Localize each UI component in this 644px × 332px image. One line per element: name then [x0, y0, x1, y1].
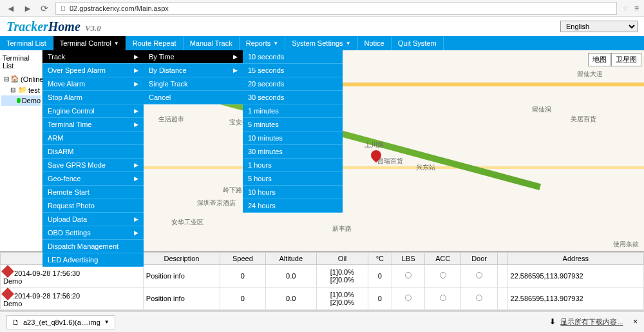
sidebar-title: Terminal List [1, 53, 41, 71]
submenu-level3: 10 seconds15 seconds20 seconds30 seconds… [243, 50, 343, 213]
submenu-10-seconds[interactable]: 10 seconds [243, 50, 343, 64]
submenu-move-alarm[interactable]: Move Alarm▶ [43, 77, 144, 91]
submenu-5-hours[interactable]: 5 hours [243, 172, 343, 186]
col-header[interactable]: LBS [392, 253, 425, 265]
chevron-right-icon: ▶ [233, 67, 238, 73]
chevron-right-icon: ▶ [134, 54, 138, 60]
submenu-track[interactable]: Track▶ [43, 50, 144, 64]
col-header[interactable]: Altitude [265, 253, 316, 265]
submenu-20-seconds[interactable]: 20 seconds [243, 77, 343, 91]
col-header[interactable]: ACC [425, 253, 461, 265]
submenu-disarm[interactable]: DisARM [43, 145, 144, 159]
reload-icon[interactable]: ⟳ [39, 3, 50, 14]
submenu-by-time[interactable]: By Time▶ [144, 50, 243, 64]
submenu-level2: By Time▶By Distance▶Single TrackCancel [144, 50, 243, 104]
tree-item-selected[interactable]: Demo [1, 95, 41, 106]
lbs-indicator [405, 272, 412, 278]
menu-manual-track[interactable]: Manual Track [184, 36, 240, 50]
tree-root[interactable]: ⊟🏠(Online:1 [1, 73, 41, 84]
submenu-1-minutes[interactable]: 1 minutes [243, 104, 343, 118]
col-header[interactable]: °C [368, 253, 392, 265]
submenu-5-minutes[interactable]: 5 minutes [243, 118, 343, 132]
chevron-right-icon: ▶ [134, 108, 138, 114]
menu-route-repeat[interactable]: Route Repeat [126, 36, 184, 50]
chevron-right-icon: ▶ [134, 67, 138, 73]
app-header: TrackerHome V3.0 English [0, 17, 644, 36]
chevron-right-icon: ▶ [134, 216, 138, 222]
chevron-down-icon[interactable]: ▼ [104, 319, 109, 325]
map-type-map[interactable]: 地图 [588, 53, 611, 66]
col-header[interactable]: Door [461, 253, 498, 265]
menu-quit-system[interactable]: Quit System [392, 36, 444, 50]
close-icon[interactable]: × [633, 317, 638, 326]
chevron-right-icon: ▶ [233, 54, 238, 60]
table-row[interactable]: 2014-09-28 17:56:30DemoPosition info00.0… [1, 265, 644, 288]
submenu-1-hours[interactable]: 1 hours [243, 159, 343, 172]
submenu-geo-fence[interactable]: Geo-fence▶ [43, 172, 144, 186]
door-indicator [476, 295, 482, 301]
submenu-led-advertising[interactable]: LED Advertising [43, 253, 144, 267]
menu-terminal-list[interactable]: Terminal List [0, 36, 53, 50]
door-indicator [476, 272, 482, 278]
chevron-right-icon: ▶ [134, 121, 138, 128]
download-bar: 🗋 a23_(et_q8v1.6)(a....img ▼ ⬇ 显示所有下载内容.… [0, 311, 644, 332]
vehicle-icon [1, 265, 14, 278]
main-menu: Terminal ListTerminal Control▼Route Repe… [0, 36, 644, 50]
download-item[interactable]: 🗋 a23_(et_q8v1.6)(a....img ▼ [6, 315, 115, 329]
submenu-by-distance[interactable]: By Distance▶ [144, 64, 243, 77]
submenu-30-seconds[interactable]: 30 seconds [243, 91, 343, 104]
sidebar: Terminal List ⊟🏠(Online:1 ⊟📁test Demo [0, 50, 43, 251]
chevron-right-icon: ▶ [134, 162, 138, 168]
col-header[interactable]: Speed [220, 253, 266, 265]
online-dot-icon [17, 98, 21, 103]
acc-indicator [440, 272, 446, 278]
url-bar[interactable]: 🗋 02.gpstrackerxy.com/Main.aspx [55, 2, 617, 15]
submenu-obd-settings[interactable]: OBD Settings▶ [43, 226, 144, 240]
submenu-remote-start[interactable]: Remote Start [43, 186, 144, 199]
submenu-10-hours[interactable]: 10 hours [243, 186, 343, 199]
submenu-upload-data[interactable]: Upload Data▶ [43, 213, 144, 226]
submenu-24-hours[interactable]: 24 hours [243, 199, 343, 213]
lbs-indicator [405, 295, 412, 301]
col-header[interactable]: Description [143, 253, 220, 265]
submenu-cancel[interactable]: Cancel [144, 91, 243, 104]
language-select[interactable]: English [560, 21, 638, 32]
chevron-right-icon: ▶ [134, 229, 138, 236]
submenu-over-speed-alarm[interactable]: Over Speed Alarm▶ [43, 64, 144, 77]
logo: TrackerHome V3.0 [6, 19, 101, 34]
chevron-right-icon: ▶ [134, 175, 138, 182]
submenu-save-gprs-mode[interactable]: Save GPRS Mode▶ [43, 159, 144, 172]
menu-notice[interactable]: Notice [358, 36, 392, 50]
menu-terminal-control[interactable]: Terminal Control▼ [53, 36, 126, 50]
submenu-engine-control[interactable]: Engine Control▶ [43, 104, 144, 118]
acc-indicator [440, 295, 446, 301]
submenu-arm[interactable]: ARM [43, 132, 144, 145]
show-all-downloads[interactable]: 显示所有下载内容... [560, 318, 623, 326]
chevron-right-icon: ▶ [134, 81, 138, 87]
col-header[interactable]: Oil [316, 253, 368, 265]
col-header[interactable]: Address [507, 253, 643, 265]
forward-icon[interactable]: ► [22, 3, 33, 14]
submenu-30-minutes[interactable]: 30 minutes [243, 145, 343, 159]
submenu-level1: Track▶Over Speed Alarm▶Move Alarm▶Stop A… [43, 50, 144, 267]
menu-icon[interactable]: ≡ [634, 4, 639, 13]
back-icon[interactable]: ◄ [5, 3, 17, 14]
tree-item[interactable]: ⊟📁test [1, 84, 41, 95]
browser-toolbar: ◄ ► ⟳ 🗋 02.gpstrackerxy.com/Main.aspx ☆ … [0, 0, 644, 17]
submenu-dispatch-management[interactable]: Dispatch Management [43, 240, 144, 253]
file-icon: 🗋 [12, 318, 19, 326]
menu-system-settings[interactable]: System Settings▼ [285, 36, 357, 50]
submenu-10-minutes[interactable]: 10 minutes [243, 132, 343, 145]
bookmark-icon[interactable]: ☆ [622, 4, 629, 13]
menu-reports[interactable]: Reports▼ [240, 36, 285, 50]
map-type-satellite[interactable]: 卫星图 [611, 53, 641, 66]
table-row[interactable]: 2014-09-28 17:56:20DemoPosition info00.0… [1, 288, 644, 310]
vehicle-icon [1, 288, 14, 300]
submenu-request-photo[interactable]: Request Photo [43, 199, 144, 213]
submenu-stop-alarm[interactable]: Stop Alarm [43, 91, 144, 104]
col-header[interactable] [497, 253, 507, 265]
submenu-single-track[interactable]: Single Track [144, 77, 243, 91]
submenu-15-seconds[interactable]: 15 seconds [243, 64, 343, 77]
submenu-terminal-time[interactable]: Terminal Time▶ [43, 118, 144, 132]
